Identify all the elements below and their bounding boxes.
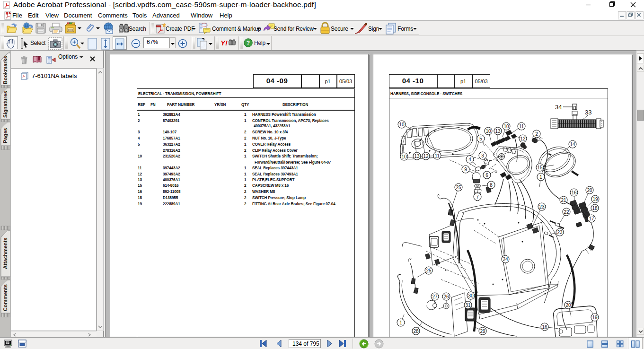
svg-text:5: 5 <box>479 136 482 141</box>
svg-text:11: 11 <box>519 124 524 129</box>
svg-text:34: 34 <box>555 104 562 111</box>
svg-text:19: 19 <box>592 315 598 320</box>
svg-text:20: 20 <box>565 303 571 308</box>
svg-text:25: 25 <box>456 185 461 190</box>
svg-text:10: 10 <box>503 124 509 129</box>
svg-text:15: 15 <box>537 165 543 170</box>
svg-text:18: 18 <box>592 206 598 211</box>
svg-text:Bookmarks: Bookmarks <box>2 56 8 84</box>
svg-text:Attachments: Attachments <box>2 237 8 269</box>
svg-text:12: 12 <box>520 136 526 141</box>
svg-text:3: 3 <box>481 153 484 158</box>
svg-text:29: 29 <box>480 329 485 334</box>
svg-text:25: 25 <box>426 268 432 273</box>
svg-text:1: 1 <box>399 320 402 325</box>
svg-text:9: 9 <box>464 167 467 172</box>
svg-text:10: 10 <box>485 129 491 134</box>
svg-text:Comments: Comments <box>2 284 8 311</box>
svg-text:21: 21 <box>561 198 566 203</box>
svg-text:23: 23 <box>539 204 545 209</box>
svg-text:6: 6 <box>485 173 488 178</box>
svg-text:22: 22 <box>564 209 569 215</box>
svg-text:17: 17 <box>589 216 594 221</box>
svg-text:20: 20 <box>587 188 592 193</box>
svg-text:12: 12 <box>423 154 429 159</box>
svg-text:14: 14 <box>570 142 575 147</box>
svg-text:1: 1 <box>539 174 542 180</box>
svg-text:2: 2 <box>535 131 538 137</box>
svg-text:Signatures: Signatures <box>2 91 8 118</box>
svg-text:28: 28 <box>413 329 419 334</box>
svg-text:11: 11 <box>435 153 440 158</box>
svg-text:19: 19 <box>592 197 598 202</box>
svg-text:10: 10 <box>401 154 407 159</box>
svg-text:8: 8 <box>490 183 493 188</box>
svg-text:16: 16 <box>542 324 547 330</box>
svg-text:27: 27 <box>432 294 438 299</box>
svg-text:13: 13 <box>414 154 420 159</box>
svg-text:26: 26 <box>443 294 449 299</box>
svg-text:4: 4 <box>468 157 471 162</box>
svg-text:23: 23 <box>557 230 563 235</box>
svg-text:7: 7 <box>476 194 479 200</box>
svg-text:31: 31 <box>465 303 471 308</box>
svg-text:24: 24 <box>503 257 508 262</box>
svg-text:33: 33 <box>585 109 591 116</box>
svg-text:Pages: Pages <box>2 128 8 143</box>
svg-text:10: 10 <box>399 122 405 127</box>
svg-text:30: 30 <box>468 293 474 298</box>
svg-text:13: 13 <box>495 129 501 134</box>
svg-text:16: 16 <box>571 190 577 195</box>
